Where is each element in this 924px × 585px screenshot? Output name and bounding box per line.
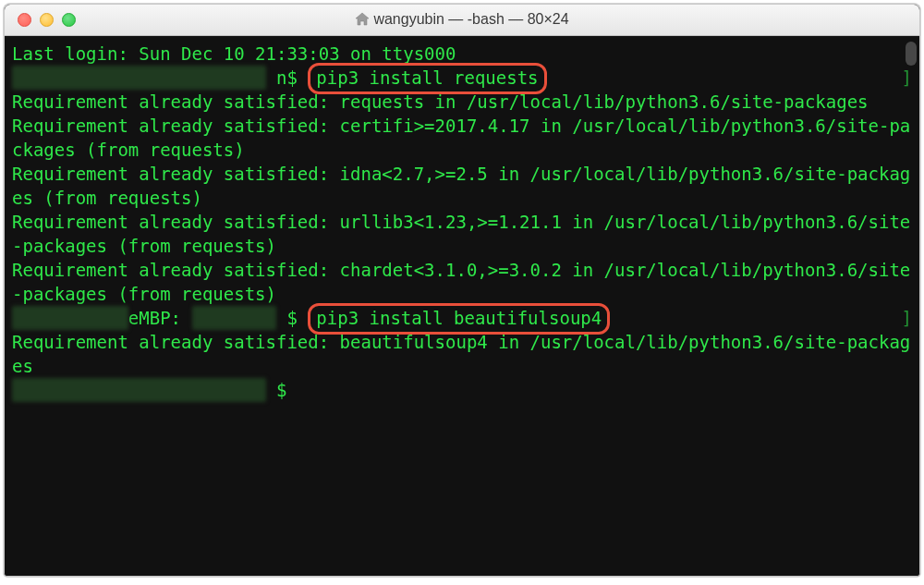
window-title: wangyubin — -bash — 80×24 [5,11,919,30]
output-line: Requirement already satisfied: chardet<3… [12,260,910,304]
prompt-host: eMBP: [128,308,181,328]
scroll-bracket: ] [902,66,912,90]
prompt-suffix: $ [276,308,308,328]
output-line: Requirement already satisfied: certifi>=… [12,116,910,160]
scroll-bracket: ] [902,306,912,330]
prompt-suffix: n$ [266,67,309,88]
prompt-suffix: $ [266,380,287,400]
redacted-prompt: xxxxxxxxxxxxxxxxxxxxxxxx [12,66,266,90]
cmd-1: pip3 install requests [316,67,538,88]
window-title-text: wangyubin — -bash — 80×24 [373,11,568,27]
redacted-prompt: xxxxxxxx [192,306,277,330]
terminal-window: wangyubin — -bash — 80×24 Last login: Su… [4,4,920,577]
line-last-login: Last login: Sun Dec 10 21:33:03 on ttys0… [12,43,456,64]
output-line: Requirement already satisfied: requests … [12,91,869,112]
close-icon[interactable] [18,13,31,27]
redacted-prompt: xxxxxxxxxxxxxxxxxxxxxxxx [12,378,266,402]
zoom-icon[interactable] [62,13,76,27]
highlight-cmd-2: pip3 install beautifulsoup4 [308,303,610,335]
home-icon [355,12,370,30]
output-line: Requirement already satisfied: idna<2.7,… [12,164,910,208]
terminal-body[interactable]: Last login: Sun Dec 10 21:33:03 on ttys0… [5,36,919,576]
redacted-prompt: xxxxxxxxxxx [12,306,128,330]
highlight-cmd-1: pip3 install requests [308,63,546,94]
minimize-icon[interactable] [40,13,54,27]
scrollbar-thumb[interactable] [906,42,917,66]
titlebar: wangyubin — -bash — 80×24 [5,5,919,36]
cmd-2: pip3 install beautifulsoup4 [316,308,602,328]
window-controls [5,13,76,27]
output-line: Requirement already satisfied: urllib3<1… [12,212,910,256]
output-line: Requirement already satisfied: beautiful… [12,332,910,376]
